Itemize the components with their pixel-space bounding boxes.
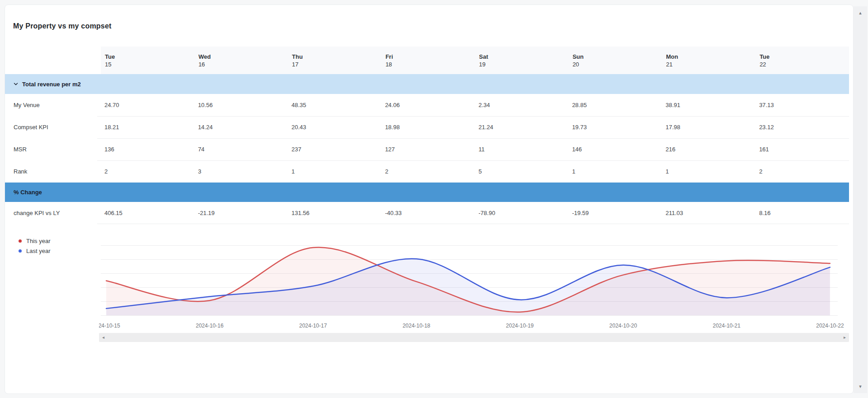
- column-date-label: 22: [760, 61, 849, 68]
- table-cell: 211.03: [662, 202, 755, 224]
- column-date-label: 18: [386, 61, 475, 68]
- legend-item-this-year[interactable]: This year: [19, 236, 50, 246]
- legend-label: Last year: [26, 248, 50, 254]
- x-axis-label: 2024-10-18: [402, 323, 430, 329]
- section-label: % Change: [14, 189, 42, 196]
- table-row: Compset KPI18.2114.2420.4318.9821.2419.7…: [5, 116, 849, 138]
- row-label: Rank: [5, 160, 101, 183]
- table-cell: 24.06: [382, 94, 475, 116]
- row-label: change KPI vs LY: [5, 202, 101, 224]
- table-cell: 406.15: [101, 202, 194, 224]
- table-cell: 37.13: [755, 94, 849, 116]
- column-header-fri-18: Fri18: [382, 47, 475, 74]
- scroll-up-icon[interactable]: ▴: [859, 10, 862, 16]
- table-cell: -21.19: [194, 202, 288, 224]
- table-cell: 23.12: [755, 116, 849, 138]
- table-row: Rank23125112: [5, 160, 849, 183]
- x-axis-label: 2024-10-21: [713, 323, 741, 329]
- column-day-label: Fri: [386, 53, 475, 61]
- page-title: My Property vs my compset: [5, 5, 853, 47]
- table-cell: 18.21: [101, 116, 194, 138]
- table-row: My Venue24.7010.5648.3524.062.3428.8538.…: [5, 94, 849, 116]
- column-header-thu-17: Thu17: [288, 47, 382, 74]
- x-axis-label: 2024-10-17: [299, 323, 327, 329]
- scroll-left-icon[interactable]: ◂: [102, 335, 104, 340]
- report-card: My Property vs my compset Tue15Wed16Thu1…: [5, 5, 854, 394]
- table-header-row: Tue15Wed16Thu17Fri18Sat19Sun20Mon21Tue22: [5, 47, 849, 74]
- comparison-table: Tue15Wed16Thu17Fri18Sat19Sun20Mon21Tue22…: [5, 47, 853, 224]
- column-header-sun-20: Sun20: [568, 47, 662, 74]
- table-cell: 74: [194, 138, 288, 160]
- row-label: My Venue: [5, 94, 101, 116]
- table-cell: 21.24: [475, 116, 569, 138]
- table-cell: 20.43: [288, 116, 382, 138]
- line-chart[interactable]: 2024-10-152024-10-162024-10-172024-10-18…: [99, 240, 849, 330]
- table-row: MSR1367423712711146216161: [5, 138, 849, 160]
- legend-dot-icon: [19, 239, 22, 243]
- legend-item-last-year[interactable]: Last year: [19, 246, 50, 256]
- horizontal-scrollbar[interactable]: ◂ ▸: [99, 333, 849, 342]
- table-cell: 11: [475, 138, 569, 160]
- column-header-mon-21: Mon21: [662, 47, 755, 74]
- table-header-corner: [5, 47, 101, 74]
- column-date-label: 20: [572, 61, 662, 68]
- table-cell: 18.98: [382, 116, 475, 138]
- table-cell: 2: [101, 160, 194, 183]
- table-cell: 10.56: [194, 94, 288, 116]
- table-cell: 28.85: [568, 94, 662, 116]
- row-label: Compset KPI: [5, 116, 101, 138]
- table-cell: 8.16: [755, 202, 849, 224]
- chart-region: This yearLast year 2024-10-152024-10-162…: [5, 224, 854, 332]
- column-date-label: 19: [479, 61, 569, 68]
- table-cell: 3: [194, 160, 288, 183]
- table-cell: 127: [382, 138, 475, 160]
- table-row: change KPI vs LY406.15-21.19131.56-40.33…: [5, 202, 849, 224]
- table-cell: 48.35: [288, 94, 382, 116]
- table-cell: 136: [101, 138, 194, 160]
- column-day-label: Wed: [198, 53, 288, 61]
- table-cell: 1: [662, 160, 755, 183]
- column-header-sat-19: Sat19: [475, 47, 569, 74]
- scroll-right-icon[interactable]: ▸: [844, 335, 846, 340]
- row-label: MSR: [5, 138, 101, 160]
- column-header-tue-22: Tue22: [755, 47, 849, 74]
- column-header-tue-15: Tue15: [101, 47, 194, 74]
- column-date-label: 16: [198, 61, 288, 68]
- section-header-total-revenue[interactable]: Total revenue per m2: [5, 74, 849, 94]
- legend-dot-icon: [19, 249, 22, 253]
- section-header-percent-change[interactable]: % Change: [5, 183, 849, 202]
- column-date-label: 21: [666, 61, 755, 68]
- section-label: Total revenue per m2: [22, 81, 81, 88]
- table-cell: 14.24: [194, 116, 288, 138]
- vertical-scrollbar[interactable]: ▴ ▾: [854, 6, 867, 393]
- chevron-down-icon: [13, 81, 19, 87]
- table-cell: 1: [288, 160, 382, 183]
- column-day-label: Mon: [666, 53, 755, 61]
- table-cell: 19.73: [568, 116, 662, 138]
- table-cell: 2: [755, 160, 849, 183]
- table-cell: 237: [288, 138, 382, 160]
- table-cell: -19.59: [568, 202, 662, 224]
- x-axis-label: 2024-10-22: [816, 323, 844, 329]
- x-axis-label: 2024-10-16: [196, 323, 224, 329]
- column-date-label: 17: [292, 61, 382, 68]
- column-date-label: 15: [105, 61, 194, 68]
- table-cell: 161: [755, 138, 849, 160]
- table-cell: 2.34: [475, 94, 569, 116]
- column-day-label: Tue: [760, 53, 849, 61]
- column-day-label: Thu: [292, 53, 382, 61]
- x-axis-label: 2024-10-19: [506, 323, 534, 329]
- table-cell: 131.56: [288, 202, 382, 224]
- table-cell: 17.98: [662, 116, 755, 138]
- table-cell: 5: [475, 160, 569, 183]
- x-axis-label: 2024-10-20: [609, 323, 637, 329]
- table-cell: 38.91: [662, 94, 755, 116]
- table-cell: -78.90: [475, 202, 569, 224]
- scroll-down-icon[interactable]: ▾: [859, 384, 862, 389]
- table-cell: 24.70: [101, 94, 194, 116]
- column-day-label: Sun: [572, 53, 662, 61]
- x-axis-label: 2024-10-15: [99, 323, 120, 329]
- table-cell: 2: [382, 160, 475, 183]
- table-cell: -40.33: [382, 202, 475, 224]
- table-cell: 216: [662, 138, 755, 160]
